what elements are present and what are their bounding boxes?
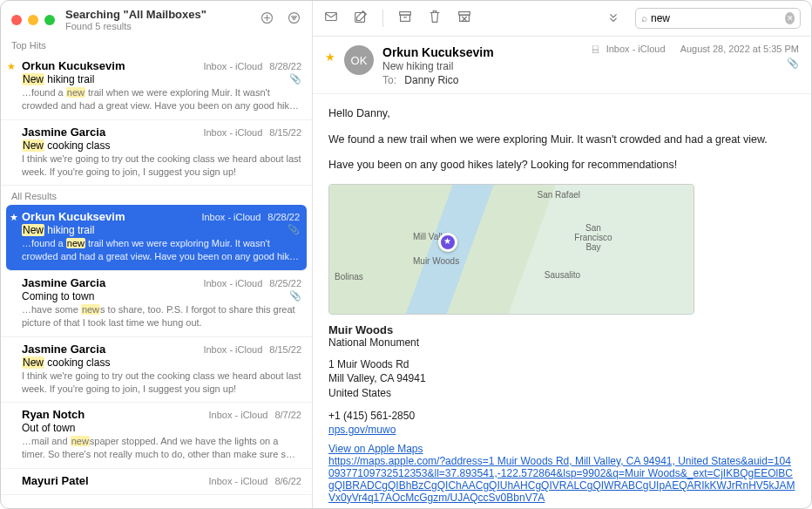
mailbox-label: Inbox - iCloud [201, 212, 261, 222]
trash-icon[interactable] [427, 9, 443, 28]
clear-search-icon[interactable]: ✕ [785, 12, 795, 24]
sender-name: Orkun Kucuksevim [22, 210, 201, 223]
map-label: San Francisco Bay [572, 223, 615, 252]
subject-line: New cooking class [22, 139, 301, 152]
message-mailbox: Inbox - iCloud [606, 44, 666, 54]
search-field[interactable]: ⌕ ✕ [635, 8, 801, 29]
sender-name: Mayuri Patel [22, 474, 209, 487]
preview-text: I think we're going to try out the cooki… [22, 370, 301, 396]
place-name: Muir Woods [328, 323, 795, 336]
sender-avatar[interactable]: OK [344, 45, 374, 75]
sender-name: Jasmine Garcia [22, 126, 203, 139]
map-label: Muir Woods [413, 256, 459, 266]
section-all-results: All Results [1, 186, 312, 205]
message-list-item[interactable]: ★Orkun KucuksevimInbox - iCloud8/28/22Ne… [6, 205, 307, 271]
preview-text: …found a new trail when we were explorin… [22, 237, 300, 263]
sender-name: Ryan Notch [22, 408, 209, 421]
mailbox-label: Inbox - iCloud [203, 61, 262, 71]
place-subtitle: National Monument [328, 336, 795, 349]
attachment-icon: 📎 [289, 73, 301, 85]
place-card: Muir Woods National Monument 1 Muir Wood… [328, 323, 795, 504]
message-to: To: Danny Rico [382, 74, 799, 86]
sender-name: Orkun Kucuksevim [22, 59, 203, 72]
place-address-line: United States [328, 386, 795, 401]
all-results-list: ★Orkun KucuksevimInbox - iCloud8/28/22Ne… [1, 205, 312, 495]
svg-rect-5 [401, 15, 410, 21]
place-address-line: 1 Muir Woods Rd [328, 357, 795, 372]
junk-icon[interactable] [457, 9, 472, 28]
attachment-icon: 📎 [288, 224, 300, 235]
search-icon: ⌕ [641, 12, 647, 24]
place-website-link[interactable]: nps.gov/muwo [328, 424, 396, 436]
message-list-item[interactable]: Ryan NotchInbox - iCloud8/7/22Out of tow… [1, 403, 312, 469]
mailbox-label: Inbox - iCloud [203, 344, 262, 355]
date-label: 8/25/22 [269, 278, 301, 288]
map-label: Sausalito [545, 270, 580, 280]
body-paragraph: Have you been on any good hikes lately? … [328, 158, 795, 173]
toolbar: ⌕ ✕ [313, 1, 811, 37]
message-date: August 28, 2022 at 5:35 PM [680, 44, 799, 54]
inbox-tray-icon: ⌸ [592, 44, 599, 54]
map-label: Bolinas [335, 272, 363, 282]
maps-url-link[interactable]: https://maps.apple.com/?address=1 Muir W… [328, 455, 795, 504]
mailbox-label: Inbox - iCloud [203, 278, 262, 288]
date-label: 8/15/22 [269, 344, 301, 355]
to-label: To: [382, 74, 396, 86]
more-actions-icon[interactable] [606, 9, 621, 28]
top-hits-list: ★Orkun KucuksevimInbox - iCloud8/28/22Ne… [1, 54, 312, 186]
window-title: Searching "All Mailboxes" [65, 8, 249, 21]
message-list-item[interactable]: Mayuri PatelInbox - iCloud8/6/22 [1, 469, 312, 495]
subject-line: New hiking trail [22, 224, 300, 236]
search-input[interactable] [647, 10, 785, 26]
traffic-lights [11, 15, 55, 25]
window-titlebar: Searching "All Mailboxes" Found 5 result… [1, 1, 312, 35]
flag-star-icon[interactable]: ★ [325, 51, 335, 86]
message-list-item[interactable]: Jasmine GarciaInbox - iCloud8/25/22Comin… [1, 271, 312, 337]
sender-name: Jasmine Garcia [22, 343, 203, 356]
mailbox-label: Inbox - iCloud [209, 476, 268, 486]
preview-text: …found a new trail when we were explorin… [22, 86, 301, 112]
map-label: San Rafael [538, 190, 580, 200]
reading-pane: ⌕ ✕ ★ OK Orkun Kucuksevim New hiking tra… [313, 1, 811, 508]
window-subtitle: Found 5 results [65, 21, 249, 31]
minimize-window-button[interactable] [28, 15, 38, 25]
subject-line: Out of town [22, 422, 301, 434]
subject-line: New cooking class [22, 356, 301, 369]
place-address-line: Mill Valley, CA 94941 [328, 371, 795, 386]
date-label: 8/28/22 [267, 212, 300, 222]
zoom-window-button[interactable] [44, 15, 55, 25]
message-list-item[interactable]: Jasmine GarciaInbox - iCloud8/15/22New c… [1, 120, 312, 187]
get-mail-icon[interactable] [323, 9, 339, 28]
attachment-icon[interactable]: 📎 [587, 58, 799, 69]
message-body: Hello Danny, We found a new trail when w… [313, 94, 811, 508]
mailbox-label: Inbox - iCloud [209, 410, 268, 420]
date-label: 8/6/22 [274, 476, 301, 486]
archive-icon[interactable] [397, 9, 413, 28]
section-top-hits: Top Hits [1, 35, 312, 54]
date-label: 8/28/22 [269, 61, 301, 71]
subject-line: Coming to town [22, 290, 301, 302]
new-smart-mailbox-icon[interactable] [260, 10, 274, 29]
flag-star-icon: ★ [10, 212, 18, 223]
map-attachment[interactable]: San Rafael Mill Valley Muir Woods San Fr… [328, 184, 694, 315]
message-list-item[interactable]: ★Orkun KucuksevimInbox - iCloud8/28/22Ne… [1, 54, 312, 120]
message-list-pane: Searching "All Mailboxes" Found 5 result… [1, 1, 313, 508]
toolbar-divider [382, 10, 383, 27]
date-label: 8/7/22 [274, 410, 301, 420]
message-list-item[interactable]: Jasmine GarciaInbox - iCloud8/15/22New c… [1, 337, 312, 404]
subject-line: New hiking trail [22, 73, 301, 85]
preview-text: I think we're going to try out the cooki… [22, 153, 301, 179]
view-on-maps-link[interactable]: View on Apple Maps [328, 443, 423, 455]
preview-text: …have some news to share, too. P.S. I fo… [22, 303, 301, 329]
svg-rect-7 [460, 15, 470, 21]
body-paragraph: We found a new trail when we were explor… [328, 132, 795, 148]
preview-text: …mail and newspaper stopped. And we have… [22, 435, 301, 461]
compose-icon[interactable] [353, 9, 369, 28]
mailbox-label: Inbox - iCloud [203, 127, 262, 138]
attachment-icon: 📎 [289, 290, 301, 302]
filter-icon[interactable] [287, 10, 301, 29]
date-label: 8/15/22 [269, 127, 301, 138]
close-window-button[interactable] [11, 15, 22, 25]
map-pin-icon [438, 233, 457, 252]
flag-star-icon: ★ [7, 61, 16, 72]
